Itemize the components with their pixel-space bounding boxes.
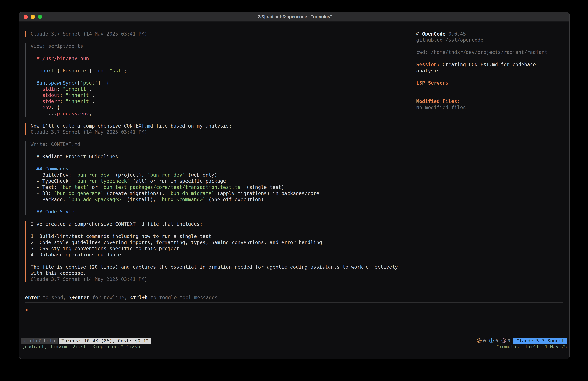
text-segment: Write: CONTEXT.md: [31, 141, 80, 147]
text-segment: `bunx <command>`: [159, 197, 206, 202]
text-line: [416, 55, 564, 62]
text-segment: .: [45, 80, 48, 86]
window-title: [2/3] radiant:3:opencode - "romulus": [256, 14, 332, 19]
hint-icon: ⓗ: [501, 337, 506, 344]
text-line: LSP Servers: [416, 80, 564, 86]
text-segment: Creating CONTEXT.md for codebase: [440, 62, 536, 67]
close-button[interactable]: [24, 15, 28, 19]
text-segment: Resource: [63, 68, 86, 73]
text-line: [31, 147, 413, 154]
text-segment: [31, 80, 37, 86]
text-segment: for newline,: [89, 295, 130, 300]
text-line: Claude 3.7 Sonnet (14 May 2025 03:41 PM): [31, 129, 413, 135]
text-segment: ;: [124, 68, 127, 73]
text-segment: (all) or run in specific package: [130, 178, 226, 184]
text-segment: (install),: [124, 197, 159, 202]
text-segment: cwd: /home/thdxr/dev/projects/radiant/ra…: [416, 49, 547, 55]
text-segment: No modified files: [416, 105, 466, 110]
text-segment: 3. CSS styling conventions specific to t…: [31, 246, 179, 251]
text-line: Modified Files:: [416, 98, 564, 104]
text-line: Write: CONTEXT.md: [31, 141, 413, 147]
text-segment: Claude 3.7 Sonnet (14 May 2025 03:41 PM): [31, 276, 147, 282]
text-segment: "sst": [109, 68, 124, 73]
text-segment: I've created a comprehensive CONTEXT.md …: [31, 221, 203, 227]
text-line: [31, 160, 413, 166]
text-segment: `bun test`: [60, 184, 89, 190]
help-hint-chip: ctrl+? help: [21, 338, 58, 344]
prompt-symbol: >: [25, 307, 28, 313]
text-segment: stderr: [42, 98, 60, 104]
text-segment: :: [60, 92, 66, 98]
text-segment: Modified Files:: [416, 98, 460, 104]
text-segment: (one-off execution): [206, 197, 264, 202]
tool-write-block: Write: CONTEXT.md # Radiant Project Guid…: [25, 141, 413, 215]
text-segment: process.env: [57, 111, 89, 116]
text-segment: ,: [92, 92, 95, 98]
text-line: [31, 258, 413, 264]
text-line: stderr: "inherit",: [31, 98, 413, 104]
text-segment: spawnSync: [48, 80, 74, 86]
diagnostic-hints: ⓗ 0: [501, 337, 510, 344]
text-line: - Test: `bun test` or `bun test packages…: [31, 184, 413, 190]
window-titlebar[interactable]: [2/3] radiant:3:opencode - "romulus": [19, 12, 569, 22]
text-segment: [31, 105, 42, 110]
text-line: with this codebase.: [31, 270, 413, 276]
text-line: ## Commands: [31, 166, 413, 172]
chat-history: Claude 3.7 Sonnet (14 May 2025 03:41 PM)…: [25, 31, 413, 289]
text-segment: ...: [31, 111, 57, 116]
text-segment: to send,: [40, 295, 69, 300]
text-segment: - Build/Dev:: [31, 172, 74, 178]
text-line: stdout: "inherit",: [31, 92, 413, 98]
hint-count: 0: [507, 338, 510, 344]
text-line: [416, 86, 564, 92]
message-input[interactable]: [31, 307, 564, 313]
tmux-window-list[interactable]: [radiant] 1:nvim 2:zsh- 3:opencode* 4:zs…: [22, 344, 140, 349]
zoom-button[interactable]: [38, 15, 42, 19]
text-segment: View: script/db.ts: [31, 43, 83, 49]
text-segment: #!/usr/bin/env bun: [31, 56, 89, 61]
text-segment: ctrl+h: [130, 295, 147, 300]
text-segment: Session:: [416, 62, 440, 67]
input-divider: [25, 302, 564, 303]
model-badge: Claude 3.7 Sonnet: [513, 338, 567, 344]
text-line: [31, 202, 413, 209]
text-segment: `bun test packages/core/test/transaction…: [101, 184, 244, 190]
text-line: #!/usr/bin/env bun: [31, 55, 413, 62]
tokens-cost-chip: Tokens: 16.4K (8%), Cost: $0.12: [59, 338, 151, 344]
text-line: 2. Code style guidelines covering import…: [31, 239, 413, 246]
text-segment: ,: [92, 98, 95, 104]
text-segment: 2. Code style guidelines covering import…: [31, 240, 322, 245]
info-panel: © OpenCode 0.0.45github.com/sst/opencode…: [416, 31, 564, 111]
text-segment: `bun add <package>`: [69, 197, 124, 202]
text-segment: ([: [74, 80, 80, 86]
text-line: cwd: /home/thdxr/dev/projects/radiant/ra…: [416, 49, 564, 55]
text-line: - Build/Dev: `bun run dev` (project), `b…: [31, 172, 413, 178]
text-segment: }: [86, 68, 95, 73]
text-segment: LSP Servers: [416, 80, 448, 86]
assistant-message-final: I've created a comprehensive CONTEXT.md …: [25, 221, 413, 282]
text-segment: ## Code Style: [31, 209, 74, 215]
text-segment: Bun: [37, 80, 45, 86]
minimize-button[interactable]: [31, 15, 35, 19]
text-line: 4. Database operations guidance: [31, 252, 413, 258]
text-segment: (project),: [112, 172, 147, 178]
text-segment: The file is concise (20 lines) and captu…: [31, 264, 398, 270]
text-line: - DB: `bun db generate` (create migratio…: [31, 190, 413, 197]
text-segment: from: [95, 68, 106, 73]
text-line: ...process.env,: [31, 111, 413, 117]
text-line: - TypeCheck: `bun run typecheck` (all) o…: [31, 178, 413, 184]
text-segment: 1. Build/lint/test commands including ho…: [31, 233, 211, 239]
text-line: [31, 49, 413, 55]
status-bar: ctrl+? help Tokens: 16.4K (8%), Cost: $0…: [21, 338, 567, 344]
tmux-status-bar: [radiant] 1:nvim 2:zsh- 3:opencode* 4:zs…: [22, 344, 567, 350]
status-right-group: Ⓦ 0 ⓘ 0 ⓗ 0 Claude 3.7 Sonnet: [477, 337, 567, 344]
text-line: Bun.spawnSync([`psql`], {: [31, 80, 413, 86]
text-segment: Claude 3.7 Sonnet (14 May 2025 03:41 PM): [31, 31, 147, 37]
text-line: enter to send, \+enter for newline, ctrl…: [25, 294, 217, 301]
keybind-help-line: enter to send, \+enter for newline, ctrl…: [25, 294, 217, 301]
text-segment: to toggle tool messages: [148, 295, 217, 300]
text-segment: 0.0.45: [445, 31, 466, 37]
text-segment: analysis: [416, 68, 440, 73]
text-segment: ,: [89, 86, 92, 92]
text-segment: with this codebase.: [31, 270, 86, 276]
